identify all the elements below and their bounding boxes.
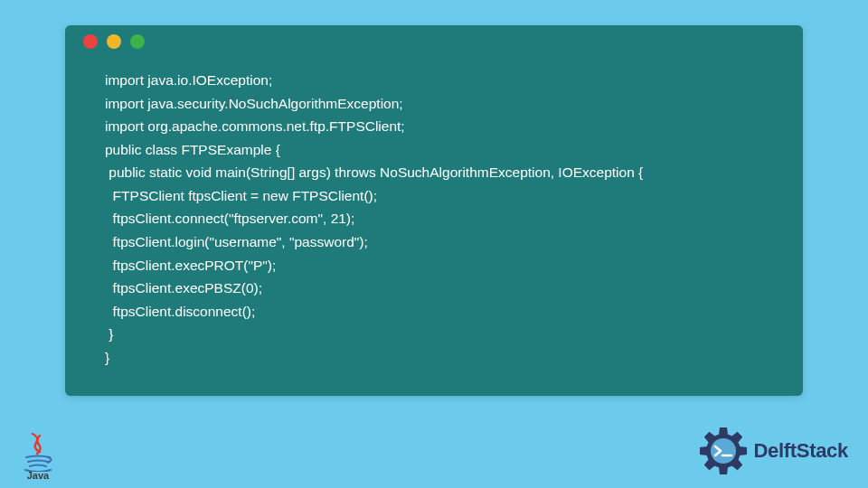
code-window: import java.io.IOException; import java.… <box>65 25 803 396</box>
java-logo: Java <box>16 427 60 481</box>
delftstack-logo: DelftStack <box>699 427 848 475</box>
window-titlebar <box>65 25 803 58</box>
delftstack-label: DelftStack <box>753 439 848 463</box>
java-cup-icon <box>20 432 56 472</box>
minimize-icon <box>107 34 121 49</box>
svg-point-1 <box>711 438 736 464</box>
java-label: Java <box>27 470 49 481</box>
close-icon <box>83 34 98 49</box>
code-block: import java.io.IOException; import java.… <box>65 58 803 387</box>
delftstack-gear-icon <box>699 427 748 475</box>
maximize-icon <box>130 34 145 49</box>
